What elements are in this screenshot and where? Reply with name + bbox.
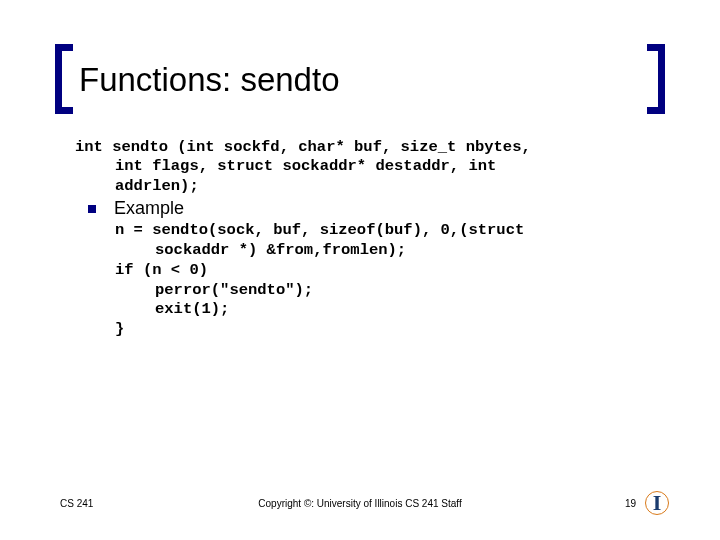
title-bar: Functions: sendto xyxy=(55,50,665,110)
code-line: if (n < 0) xyxy=(115,261,665,281)
code-line: int flags, struct sockaddr* destaddr, in… xyxy=(75,157,665,176)
code-line: perror("sendto"); xyxy=(115,281,665,301)
slide-title: Functions: sendto xyxy=(55,50,665,110)
function-signature: int sendto (int sockfd, char* buf, size_… xyxy=(75,138,665,196)
illinois-logo-icon: I xyxy=(646,490,668,516)
bracket-left-icon xyxy=(55,44,73,114)
example-code: n = sendto(sock, buf, sizeof(buf), 0,(st… xyxy=(75,221,665,340)
code-line: addrlen); xyxy=(75,177,665,196)
bullet-icon xyxy=(88,205,96,213)
bullet-label: Example xyxy=(114,198,184,219)
content-area: int sendto (int sockfd, char* buf, size_… xyxy=(55,138,665,340)
footer-center: Copyright ©: University of Illinois CS 2… xyxy=(258,498,461,509)
footer-right: 19 I xyxy=(625,490,668,516)
footer-left: CS 241 xyxy=(60,498,93,509)
bracket-right-icon xyxy=(647,44,665,114)
code-line: n = sendto(sock, buf, sizeof(buf), 0,(st… xyxy=(115,221,524,239)
slide: Functions: sendto int sendto (int sockfd… xyxy=(0,0,720,540)
code-line: } xyxy=(115,320,665,340)
page-number: 19 xyxy=(625,498,636,509)
bullet-item: Example xyxy=(75,198,665,219)
code-line: sockaddr *) &from,fromlen); xyxy=(115,241,665,261)
code-line: exit(1); xyxy=(115,300,665,320)
code-line: int sendto (int sockfd, char* buf, size_… xyxy=(75,138,531,156)
footer: CS 241 Copyright ©: University of Illino… xyxy=(0,490,720,516)
